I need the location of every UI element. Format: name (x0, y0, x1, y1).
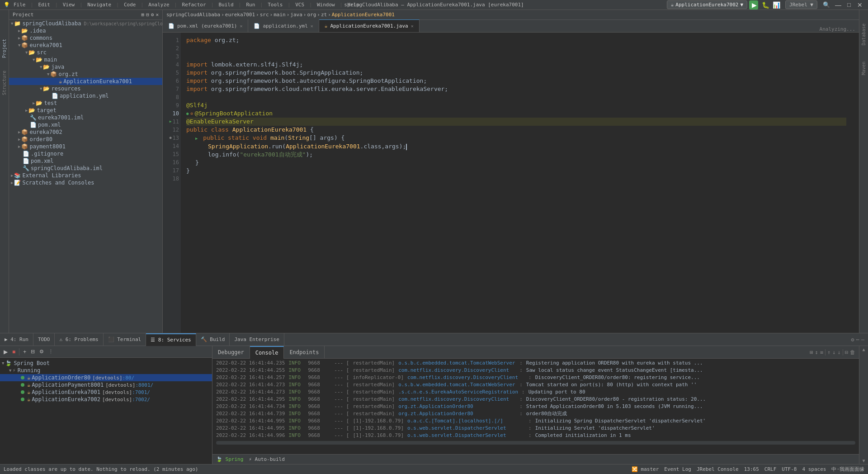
tab-close-yml[interactable]: ✕ (311, 24, 313, 28)
tab-pom[interactable]: 📄 pom.xml (eureka7001) ✕ (163, 19, 248, 32)
tab-java-enterprise[interactable]: Java Enterprise (230, 333, 284, 346)
breadcrumb-zt[interactable]: zt (321, 12, 327, 18)
sidebar-collapse-icon[interactable]: ⊟ (146, 12, 149, 18)
tab-build[interactable]: 🔨 Build (196, 333, 230, 346)
service-order80[interactable]: ☕ ApplicationOrder80 [devtools] :80/ (0, 374, 212, 381)
tree-item-src[interactable]: ▼ 📂 src (9, 49, 162, 56)
service-eureka7001[interactable]: ☕ ApplicationEureka7001 [devtools] :7001… (0, 389, 212, 396)
menu-refactor[interactable]: Refactor (182, 2, 206, 8)
run-coverage-button[interactable]: 📊 (771, 0, 780, 9)
console-icon2[interactable]: ↕ (815, 349, 818, 356)
service-payment8001[interactable]: ☕ ApplicationPayment8001 [devtools] :800… (0, 381, 212, 389)
tab-problems[interactable]: ⚠ 6: Problems (55, 333, 103, 346)
services-run-btn[interactable]: ▶ (2, 348, 9, 356)
tree-item-root-iml[interactable]: 🔧 springCloudAlibaba.iml (9, 165, 162, 172)
scroll-down-btn[interactable]: ▼ (862, 458, 865, 463)
debug-button[interactable]: 🐛 (760, 0, 769, 9)
tree-item-application-yml[interactable]: 📄 application.yml (9, 92, 162, 100)
tree-item-commons[interactable]: ▶ 📦 commons (9, 34, 162, 42)
scroll-end-icon[interactable]: ⇓ (838, 349, 841, 356)
tree-item-iml[interactable]: 🔧 eureka7001.iml (9, 114, 162, 121)
menu-run[interactable]: Run (246, 2, 255, 8)
tree-item-scratches[interactable]: ▶ 📝 Scratches and Consoles (9, 179, 162, 186)
console-icon1[interactable]: ⊞ (810, 349, 813, 356)
horizontal-scrollbar[interactable] (216, 441, 855, 445)
indent-label[interactable]: 4 spaces (802, 466, 826, 472)
tab-close-pom[interactable]: ✕ (240, 24, 242, 28)
clear-icon[interactable]: 🗑 (850, 349, 855, 356)
sidebar-close-icon[interactable]: ✕ (156, 12, 159, 18)
charset-label[interactable]: UTF-8 (782, 466, 797, 472)
tree-item-root[interactable]: ▼ 📁 springCloudAlibaba D:\workspace\spri… (9, 20, 162, 27)
maven-tab[interactable]: Maven (860, 59, 867, 78)
database-tab[interactable]: Database (860, 21, 867, 48)
scroll-up-btn[interactable]: ▲ (862, 347, 865, 352)
breadcrumb-main[interactable]: main (274, 12, 286, 18)
tree-item-test[interactable]: ▶ 📂 test (9, 100, 162, 107)
tree-item-eureka7001[interactable]: ▼ 📦 eureka7001 (9, 42, 162, 49)
menu-window[interactable]: Window (317, 2, 335, 8)
tree-item-root-pom[interactable]: 📄 pom.xml (9, 157, 162, 165)
service-port[interactable]: :80/ (123, 375, 135, 381)
scroll-up-icon[interactable]: ↑ (827, 349, 830, 356)
running-group[interactable]: ▼ ⚡ Running (0, 367, 212, 374)
menu-view[interactable]: View (63, 2, 75, 8)
close-button[interactable]: ✕ (855, 0, 864, 9)
structure-tab[interactable]: Structure (0, 69, 9, 97)
console-icon3[interactable]: ≡ (820, 349, 823, 356)
sidebar-settings-icon[interactable]: ⚙ (151, 12, 154, 18)
tab-yml[interactable]: 📄 application.yml ✕ (248, 19, 319, 32)
spring-label[interactable]: 🍃 Spring (216, 456, 243, 462)
console-tab[interactable]: Console (250, 346, 284, 359)
tree-item-payment8001[interactable]: ▶ 📦 payment8001 (9, 143, 162, 150)
service-port[interactable]: :7001/ (132, 389, 150, 395)
dropdown-icon[interactable]: ▼ (740, 2, 743, 8)
tree-item-ext-libs[interactable]: ▶ 📚 External Libraries (9, 172, 162, 179)
breadcrumb-java[interactable]: java (290, 12, 302, 18)
endpoints-tab[interactable]: Endpoints (284, 346, 325, 359)
services-filter-btn[interactable]: ⊟ (29, 348, 37, 356)
tree-item-target[interactable]: ▶ 📂 target (9, 107, 162, 114)
tab-services[interactable]: ☰ 8: Services (146, 333, 196, 346)
service-port[interactable]: :7002/ (132, 397, 150, 403)
service-port[interactable]: :8001/ (135, 382, 153, 388)
tree-item-orgzt[interactable]: ▼ 📦 org.zt (9, 71, 162, 78)
jrebel-status[interactable]: JRebel Console (697, 466, 739, 472)
tree-item-pom[interactable]: 📄 pom.xml (9, 121, 162, 128)
breadcrumb-app[interactable]: springCloudAlibaba (166, 12, 220, 18)
search-everywhere-icon[interactable]: 🔍 (823, 1, 830, 8)
debugger-tab[interactable]: Debugger (212, 346, 250, 359)
spring-boot-group[interactable]: ▼ 🍃 Spring Boot (0, 360, 212, 367)
run-config-label[interactable]: ApplicationEureka7002 (675, 2, 738, 8)
menu-vcs[interactable]: VCS (295, 2, 304, 8)
tree-item-app-eureka7001[interactable]: ☕ ApplicationEureka7001 (9, 78, 162, 85)
filter-icon[interactable]: ⊟ (845, 349, 848, 356)
menu-tools[interactable]: Tools (268, 2, 283, 8)
tab-run[interactable]: ▶ 4: Run (0, 333, 33, 346)
minimize-button[interactable]: — (834, 0, 843, 9)
code-editor[interactable]: 12345 678910 ▶11 12 ●13 1415161718 packa… (163, 33, 859, 333)
services-stop-btn[interactable]: ■ (10, 348, 17, 356)
breadcrumb-src[interactable]: src (260, 12, 269, 18)
git-branch[interactable]: 🔀 master (632, 466, 659, 472)
minimize-panel-icon[interactable]: — (861, 337, 864, 343)
services-add-btn[interactable]: + (21, 348, 28, 356)
tree-item-order80[interactable]: ▶ 📦 order80 (9, 136, 162, 143)
breadcrumb-org[interactable]: org (307, 12, 316, 18)
service-eureka7002[interactable]: ☕ ApplicationEureka7002 [devtools] :7002… (0, 396, 212, 403)
tree-item-gitignore[interactable]: 📄 .gitignore (9, 150, 162, 157)
tree-item-idea[interactable]: ▶ 📂 .idea (9, 27, 162, 34)
services-more-btn[interactable]: ⋮ (47, 348, 55, 356)
tree-item-eureka7002[interactable]: ▶ 📦 eureka7002 (9, 128, 162, 136)
menu-build[interactable]: Build (218, 2, 233, 8)
options-icon[interactable]: ⋯ (856, 337, 859, 343)
services-config-btn[interactable]: ⚙ (38, 348, 46, 356)
tab-terminal[interactable]: ⬛ Terminal (104, 333, 146, 346)
menu-code[interactable]: Code (124, 2, 136, 8)
jrebel-label[interactable]: JRebel ▼ (789, 2, 813, 8)
code-content[interactable]: package org.zt; import lombok.extern.slf… (181, 33, 852, 333)
breadcrumb-class[interactable]: ApplicationEureka7001 (332, 12, 395, 18)
tab-main-class[interactable]: ☕ ApplicationEureka7001.java ✕ (319, 19, 420, 32)
menu-edit[interactable]: Edit (38, 2, 50, 8)
scroll-down-icon[interactable]: ↓ (832, 349, 835, 356)
